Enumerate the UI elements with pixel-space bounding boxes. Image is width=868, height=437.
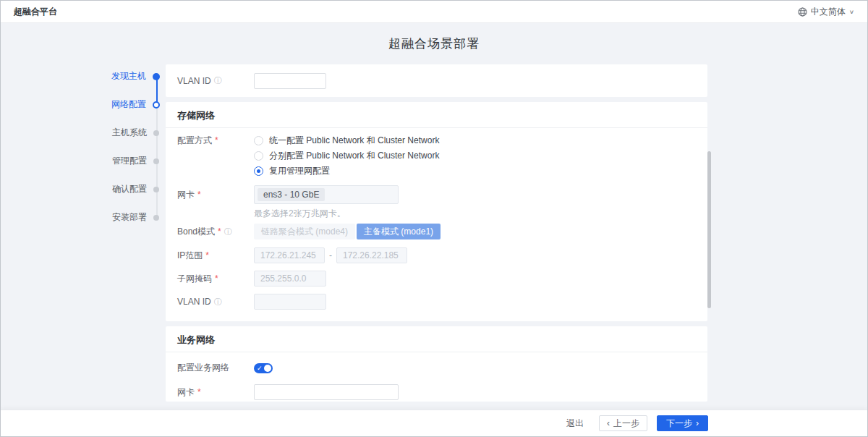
chevron-down-icon: ∨ — [849, 9, 854, 15]
management-vlan-label: VLAN ID ⓘ — [177, 76, 254, 86]
info-icon: ⓘ — [214, 298, 222, 306]
step-management-config[interactable]: 管理配置 — [106, 147, 160, 175]
business-toggle-label: 配置业务网络 — [177, 362, 254, 374]
config-mode-options: 统一配置 Public Network 和 Cluster Network 分别… — [254, 133, 439, 179]
config-mode-row: 配置方式 * 统一配置 Public Network 和 Cluster Net… — [177, 133, 696, 179]
subnet-mask-input[interactable] — [254, 271, 326, 287]
radio-separate-config[interactable]: 分别配置 Public Network 和 Cluster Network — [254, 148, 439, 164]
divider — [166, 352, 707, 352]
business-nic-row: 网卡 * 选择1张或2张未被占用的网卡 — [177, 384, 696, 402]
ip-range-label: IP范围 * — [177, 250, 254, 262]
step-dot-pending — [153, 158, 159, 164]
step-dot-current — [153, 101, 160, 109]
info-icon: ⓘ — [214, 77, 222, 85]
required-marker: * — [218, 226, 221, 237]
storage-nic-label: 网卡 * — [177, 185, 254, 204]
toggle-knob — [264, 365, 271, 372]
radio-icon — [254, 151, 263, 161]
storage-vlan-input[interactable] — [254, 294, 326, 310]
storage-nic-control: ens3 - 10 GbE 最多选择2张万兆网卡。 — [254, 185, 399, 220]
storage-nic-select[interactable]: ens3 - 10 GbE — [254, 185, 399, 204]
bond-mode-label: Bond模式 * ⓘ — [177, 224, 254, 239]
management-vlan-card: VLAN ID ⓘ — [166, 64, 707, 97]
subnet-mask-label: 子网掩码 * — [177, 273, 254, 285]
step-dot-done — [153, 73, 160, 80]
radio-reuse-management-network[interactable]: 复用管理网配置 — [254, 164, 439, 179]
nic-tag: ens3 - 10 GbE — [258, 188, 325, 201]
ip-range-separator: - — [329, 250, 332, 260]
ip-range-row: IP范围 * - — [177, 247, 696, 263]
step-install-deploy[interactable]: 安装部署 — [106, 203, 160, 232]
globe-icon — [798, 7, 807, 17]
language-selector[interactable]: 中文简体 ∨ — [798, 6, 854, 18]
wizard-stepper: 发现主机 网络配置 主机系统 管理配置 确认配置 安装部署 — [106, 62, 160, 232]
step-network-config[interactable]: 网络配置 — [106, 90, 160, 119]
bond-mode-group: 链路聚合模式 (mode4) 主备模式 (mode1) — [254, 224, 441, 239]
bond-mode4-button[interactable]: 链路聚合模式 (mode4) — [254, 224, 355, 239]
business-section-title: 业务网络 — [166, 326, 707, 352]
step-dot-pending — [153, 130, 159, 136]
ip-range-start-input[interactable] — [254, 247, 325, 263]
step-confirm-config[interactable]: 确认配置 — [106, 175, 160, 203]
vertical-scrollbar-thumb[interactable] — [707, 151, 711, 308]
radio-icon — [254, 136, 263, 145]
step-host-system[interactable]: 主机系统 — [106, 119, 160, 147]
business-network-toggle[interactable]: ✓ — [254, 363, 273, 373]
form-content: VLAN ID ⓘ 存储网络 配置方式 * 统一配置 Public — [166, 64, 707, 407]
storage-network-card: 存储网络 配置方式 * 统一配置 Public Network 和 Cluste… — [166, 102, 707, 321]
storage-nic-row: 网卡 * ens3 - 10 GbE 最多选择2张万兆网卡。 — [177, 185, 696, 220]
brand-title: 超融合平台 — [14, 6, 57, 18]
language-label: 中文简体 — [811, 6, 846, 18]
config-mode-label: 配置方式 * — [177, 133, 254, 148]
required-marker: * — [215, 273, 218, 284]
storage-section-title: 存储网络 — [166, 102, 707, 127]
required-marker: * — [197, 387, 201, 397]
ip-range-end-input[interactable] — [336, 247, 407, 263]
radio-selected-icon — [254, 166, 263, 176]
info-icon: ⓘ — [224, 228, 232, 236]
business-nic-input[interactable] — [254, 384, 399, 400]
step-dot-pending — [153, 187, 159, 192]
check-icon: ✓ — [257, 364, 263, 373]
step-dot-pending — [153, 215, 159, 221]
bond-mode-row: Bond模式 * ⓘ 链路聚合模式 (mode4) 主备模式 (mode1) — [177, 224, 696, 239]
business-network-card: 业务网络 配置业务网络 ✓ 网卡 * — [166, 326, 707, 402]
topbar: 超融合平台 中文简体 ∨ — [1, 1, 867, 23]
page-title: 超融合场景部署 — [1, 35, 867, 52]
subnet-mask-row: 子网掩码 * — [177, 271, 696, 287]
storage-vlan-label: VLAN ID ⓘ — [177, 297, 254, 307]
exit-button[interactable]: 退出 — [566, 415, 584, 431]
bond-mode1-button[interactable]: 主备模式 (mode1) — [357, 224, 441, 239]
previous-step-button[interactable]: ‹ 上一步 — [599, 415, 647, 431]
next-step-button[interactable]: 下一步 › — [657, 415, 708, 431]
required-marker: * — [215, 133, 218, 148]
storage-nic-hint: 最多选择2张万兆网卡。 — [254, 208, 399, 220]
chevron-left-icon: ‹ — [607, 419, 610, 428]
required-marker: * — [205, 250, 209, 260]
footer-actions: 退出 ‹ 上一步 下一步 › — [1, 410, 867, 436]
storage-vlan-row: VLAN ID ⓘ — [177, 294, 696, 310]
required-marker: * — [197, 190, 201, 200]
app-window: 超融合平台 中文简体 ∨ 超融合场景部署 发现主机 网络配置 — [0, 0, 868, 437]
radio-unified-config[interactable]: 统一配置 Public Network 和 Cluster Network — [254, 133, 439, 148]
chevron-right-icon: › — [696, 419, 699, 428]
business-nic-control: 选择1张或2张未被占用的网卡 — [254, 384, 399, 402]
business-toggle-row: 配置业务网络 ✓ — [177, 362, 696, 374]
step-discover-hosts[interactable]: 发现主机 — [106, 62, 160, 90]
divider — [166, 127, 707, 128]
business-nic-label: 网卡 * — [177, 384, 254, 400]
management-vlan-input[interactable] — [254, 73, 326, 89]
